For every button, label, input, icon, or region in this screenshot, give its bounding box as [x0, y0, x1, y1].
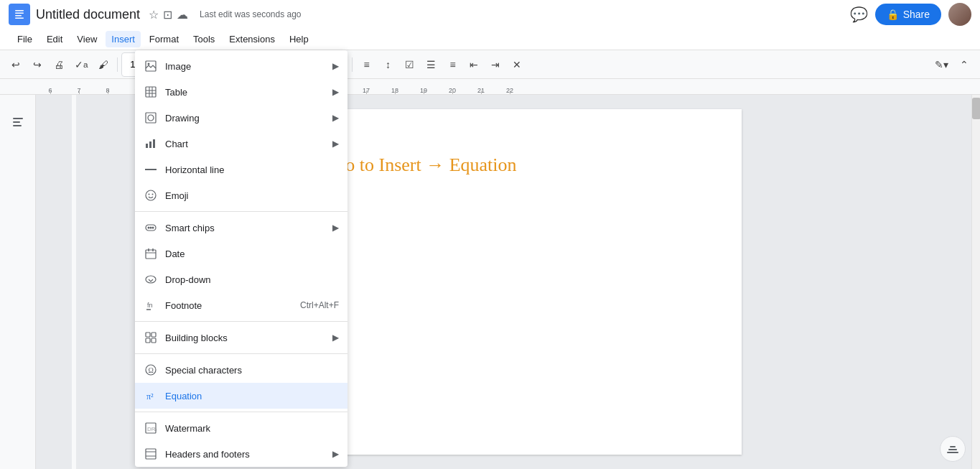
svg-text:π²: π²: [146, 391, 154, 401]
align-button[interactable]: ≡: [356, 55, 376, 75]
equation-label: Equation: [165, 391, 339, 401]
left-scroll: [72, 95, 76, 469]
print-button[interactable]: 🖨: [49, 55, 69, 75]
menu-item-help[interactable]: Help: [284, 31, 314, 47]
drawing-arrow: ▶: [332, 113, 339, 123]
svg-rect-21: [149, 141, 151, 148]
building-blocks-arrow: ▶: [332, 333, 339, 343]
menu-item-format[interactable]: Format: [144, 31, 185, 47]
svg-point-19: [148, 115, 154, 121]
assistant-button[interactable]: [940, 436, 966, 462]
menu-item-emoji[interactable]: Emoji: [135, 182, 347, 208]
image-arrow: ▶: [332, 61, 339, 71]
ruler-num-20: 20: [438, 87, 467, 94]
svg-point-12: [148, 63, 150, 65]
menu-item-tools[interactable]: Tools: [187, 31, 220, 47]
menu-item-file[interactable]: File: [11, 31, 38, 47]
dropdown-icon: [144, 272, 158, 287]
svg-rect-1: [15, 10, 24, 11]
bullet-list-button[interactable]: ☰: [421, 55, 441, 75]
menu-section-special: Ω Special characters π² Equation: [135, 353, 347, 412]
menu-item-insert[interactable]: Insert: [106, 31, 141, 47]
svg-rect-3: [15, 15, 22, 17]
svg-rect-31: [146, 250, 156, 259]
menu-item-chart[interactable]: Chart ▶: [135, 131, 347, 157]
menu-item-horizontal-line[interactable]: Horizontal line: [135, 157, 347, 182]
star-icon[interactable]: ☆: [149, 8, 159, 22]
menu-item-table[interactable]: Table ▶: [135, 79, 347, 105]
share-button[interactable]: 🔒 Share: [875, 4, 941, 25]
redo-button[interactable]: ↪: [27, 55, 47, 75]
drawing-label: Drawing: [165, 113, 332, 124]
svg-rect-0: [13, 6, 26, 22]
headers-footers-label: Headers and footers: [165, 449, 332, 460]
emoji-label: Emoji: [165, 190, 339, 201]
editing-mode-button[interactable]: ✎▾: [930, 55, 953, 75]
insert-dropdown-menu: Image ▶ Table ▶: [135, 50, 347, 467]
paint-format-button[interactable]: 🖌: [93, 55, 113, 75]
horizontal-line-label: Horizontal line: [165, 164, 339, 175]
svg-rect-41: [151, 338, 156, 343]
cloud-icon[interactable]: ☁: [177, 8, 188, 22]
menu-item-extensions[interactable]: Extensions: [223, 31, 281, 47]
svg-rect-13: [146, 87, 156, 97]
numbered-list-button[interactable]: ≡: [442, 55, 462, 75]
menu-section-media: Image ▶ Table ▶: [135, 50, 347, 211]
menu-item-dropdown[interactable]: Drop-down: [135, 266, 347, 292]
app-icon: [9, 4, 30, 25]
scroll-thumb[interactable]: [972, 98, 980, 119]
svg-rect-38: [146, 333, 150, 337]
menu-item-view[interactable]: View: [71, 31, 103, 47]
menu-item-edit[interactable]: Edit: [41, 31, 68, 47]
indent-more-button[interactable]: ⇥: [485, 55, 505, 75]
menu-item-smart-chips[interactable]: Smart chips ▶: [135, 215, 347, 241]
outline-icon[interactable]: [5, 109, 31, 135]
menu-item-headers-footers[interactable]: Headers and footers ▶: [135, 441, 347, 467]
svg-rect-40: [146, 338, 150, 343]
menu-section-page: DRAFT Watermark Headers and footers: [135, 412, 347, 467]
footnote-label: Footnote: [165, 300, 300, 311]
undo-button[interactable]: ↩: [6, 55, 26, 75]
image-icon: [144, 59, 158, 73]
dropdown-label: Drop-down: [165, 274, 339, 285]
ruler-num-17: 17: [352, 87, 381, 94]
svg-rect-9: [948, 449, 957, 450]
ruler-num-19: 19: [409, 87, 438, 94]
svg-point-24: [146, 190, 156, 200]
svg-point-25: [149, 194, 150, 195]
clear-format-button[interactable]: ✕: [507, 55, 527, 75]
menu-item-date[interactable]: Date: [135, 241, 347, 266]
comments-icon[interactable]: 💬: [850, 6, 868, 23]
footnote-icon: fn: [144, 298, 158, 312]
svg-rect-7: [13, 125, 22, 126]
svg-rect-11: [146, 61, 156, 71]
menu-item-image[interactable]: Image ▶: [135, 53, 347, 79]
svg-rect-4: [15, 18, 24, 19]
svg-point-30: [152, 227, 154, 229]
ruler-num-6: 6: [36, 87, 65, 94]
right-scrollbar[interactable]: [971, 95, 980, 469]
svg-rect-20: [146, 144, 148, 148]
top-right-actions: 💬 🔒 Share: [850, 3, 971, 26]
chart-label: Chart: [165, 139, 332, 149]
menu-item-equation[interactable]: π² Equation: [135, 383, 347, 409]
avatar[interactable]: [948, 3, 971, 26]
menu-item-footnote[interactable]: fn Footnote Ctrl+Alt+F: [135, 292, 347, 318]
table-arrow: ▶: [332, 87, 339, 97]
menu-item-building-blocks[interactable]: Building blocks ▶: [135, 325, 347, 350]
menu-item-drawing[interactable]: Drawing ▶: [135, 105, 347, 131]
smart-chips-label: Smart chips: [165, 223, 332, 233]
menu-item-watermark[interactable]: DRAFT Watermark: [135, 415, 347, 441]
emoji-icon: [144, 188, 158, 203]
line-spacing-button[interactable]: ↕: [378, 55, 398, 75]
last-edit: Last edit was seconds ago: [200, 9, 301, 19]
checklist-button[interactable]: ☑: [399, 55, 419, 75]
spellcheck-button[interactable]: ✓a: [70, 55, 92, 75]
menu-item-special-characters[interactable]: Ω Special characters: [135, 357, 347, 383]
equation-icon: π²: [144, 389, 158, 403]
menu-section-blocks: Building blocks ▶: [135, 321, 347, 353]
indent-less-button[interactable]: ⇤: [464, 55, 484, 75]
folder-icon[interactable]: ⊡: [163, 8, 172, 22]
svg-point-26: [152, 194, 154, 195]
expand-button[interactable]: ⌃: [954, 55, 974, 75]
